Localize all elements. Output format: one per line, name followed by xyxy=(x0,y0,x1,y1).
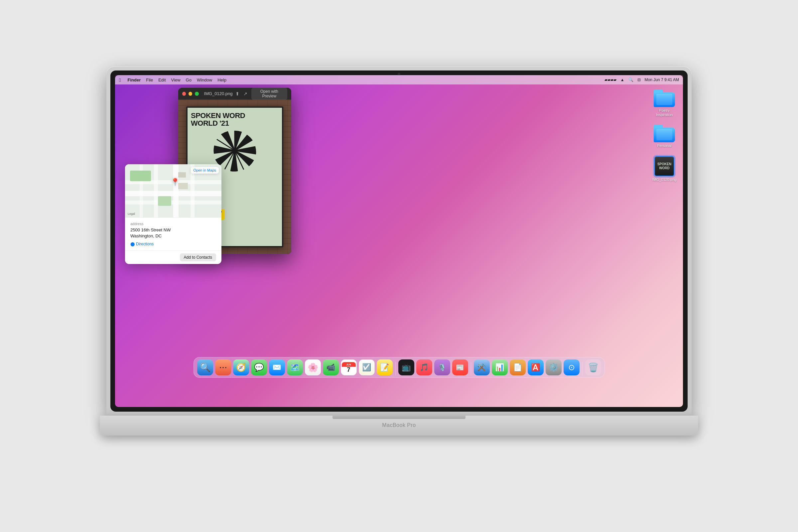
dock-separator-2 xyxy=(471,362,471,375)
open-in-maps-button[interactable]: Open in Maps xyxy=(191,167,219,174)
datetime: Mon Jun 7 9:41 AM xyxy=(645,77,679,82)
map-info: address 2500 16th Street NW Washington, … xyxy=(125,217,222,250)
dock-separator xyxy=(395,362,396,375)
go-menu[interactable]: Go xyxy=(186,77,191,82)
dock-item-maps[interactable]: 🗺️ xyxy=(287,359,303,375)
map-address-value: 2500 16th Street NW Washington, DC xyxy=(130,227,216,239)
dock-item-facetime[interactable]: 📹 xyxy=(323,359,339,375)
minimize-button[interactable] xyxy=(189,92,192,96)
apple-logo-icon[interactable]:  xyxy=(119,77,121,83)
help-menu[interactable]: Help xyxy=(217,77,226,82)
desktop: Poetry Inspiration Personal xyxy=(115,84,683,380)
dock-item-appstore[interactable]: 🅰️ xyxy=(528,359,544,375)
dock-item-messages[interactable]: 💬 xyxy=(251,359,267,375)
add-to-contacts-button[interactable]: Add to Contacts xyxy=(180,253,216,261)
export-icon[interactable]: ↗ xyxy=(243,91,247,96)
map-preview: 📍 Open in Maps Legal xyxy=(125,164,222,217)
finder-menu[interactable]: Finder xyxy=(127,77,141,82)
poetry-folder-label: Poetry Inspiration xyxy=(651,108,678,117)
desktop-icon-poetry[interactable]: Poetry Inspiration xyxy=(651,90,678,117)
dock-item-news[interactable]: 📰 xyxy=(452,359,468,375)
desktop-icon-personal[interactable]: Personal xyxy=(651,125,678,148)
map-address-label: address xyxy=(130,222,216,226)
dock-item-podcasts[interactable]: 🎙️ xyxy=(434,359,450,375)
map-pin: 📍 xyxy=(171,178,179,187)
directions-button[interactable]: ⬤ Directions xyxy=(130,242,216,246)
titlebar-actions: ⬆ ↗ Open with Preview xyxy=(235,88,287,100)
dock-item-notes[interactable]: 📝 xyxy=(377,359,393,375)
dock-item-launchpad[interactable]: ⋯ xyxy=(215,359,231,375)
personal-folder-label: Personal xyxy=(657,144,671,148)
dock-item-reminders[interactable]: ☑️ xyxy=(359,359,375,375)
dock-item-safari[interactable]: 🧭 xyxy=(233,359,249,375)
view-menu[interactable]: View xyxy=(171,77,180,82)
screen-bezel:  Finder File Edit View Go Window Help ▰… xyxy=(110,71,688,412)
menubar-right: ▰▰▰▰ ▲ 🔍 ⊟ Mon Jun 7 9:41 AM xyxy=(605,77,679,82)
map-legal: Legal xyxy=(128,212,135,215)
maps-popup: 📍 Open in Maps Legal address 2500 16th S… xyxy=(125,164,222,264)
image-file-label: IMG_0120.png xyxy=(652,177,677,182)
dock-item-xcode[interactable]: ⚒️ xyxy=(474,359,490,375)
macbook-base: MacBook Pro xyxy=(100,416,698,436)
dock-item-photos[interactable]: 🌸 xyxy=(305,359,321,375)
dock-separator-3 xyxy=(582,362,583,375)
dock-item-sysprefs[interactable]: ⚙️ xyxy=(546,359,562,375)
dock-item-screentime[interactable]: ⊙ xyxy=(564,359,580,375)
dock-item-mail[interactable]: ✉️ xyxy=(269,359,285,375)
dock-inner: 🔍 ⋯ 🧭 💬 xyxy=(193,357,605,378)
file-menu[interactable]: File xyxy=(146,77,153,82)
screen:  Finder File Edit View Go Window Help ▰… xyxy=(115,75,683,407)
dock-item-trash[interactable]: 🗑️ xyxy=(585,359,601,375)
dock-item-calendar[interactable]: JUN 7 xyxy=(341,359,357,375)
poster-title: SPOKEN WORDWORLD '21 xyxy=(191,112,245,127)
menubar-left:  Finder File Edit View Go Window Help xyxy=(119,77,226,83)
dock-item-tv[interactable]: 📺 xyxy=(398,359,414,375)
window-filename: IMG_0120.png xyxy=(204,91,233,96)
dock: 🔍 ⋯ 🧭 💬 xyxy=(115,354,683,380)
dock-item-finder[interactable]: 🔍 xyxy=(197,359,213,375)
share-icon[interactable]: ⬆ xyxy=(235,91,240,96)
desktop-icons: Poetry Inspiration Personal xyxy=(651,90,678,182)
dock-item-music[interactable]: 🎵 xyxy=(416,359,432,375)
dock-item-pages[interactable]: 📄 xyxy=(510,359,526,375)
desktop-icon-image[interactable]: SPOKENWORD IMG_0120.png xyxy=(651,156,678,182)
macbook-label: MacBook Pro xyxy=(100,422,698,428)
macbook:  Finder File Edit View Go Window Help ▰… xyxy=(100,66,698,466)
battery-icon: ▰▰▰▰ xyxy=(605,77,616,82)
edit-menu[interactable]: Edit xyxy=(158,77,166,82)
macbook-lid:  Finder File Edit View Go Window Help ▰… xyxy=(107,66,691,416)
dock-item-numbers[interactable]: 📊 xyxy=(492,359,508,375)
wifi-icon: ▲ xyxy=(621,77,624,82)
control-center-icon[interactable]: ⊟ xyxy=(638,77,641,82)
map-footer: Add to Contacts xyxy=(125,250,222,264)
quicklook-titlebar: IMG_0120.png ⬆ ↗ Open with Preview xyxy=(178,88,291,100)
open-preview-button[interactable]: Open with Preview xyxy=(251,88,287,100)
window-menu[interactable]: Window xyxy=(197,77,212,82)
search-icon[interactable]: 🔍 xyxy=(628,77,633,82)
maximize-button[interactable] xyxy=(195,92,198,96)
macbook-hinge xyxy=(332,416,466,419)
menubar:  Finder File Edit View Go Window Help ▰… xyxy=(115,75,683,84)
close-button[interactable] xyxy=(182,92,186,96)
